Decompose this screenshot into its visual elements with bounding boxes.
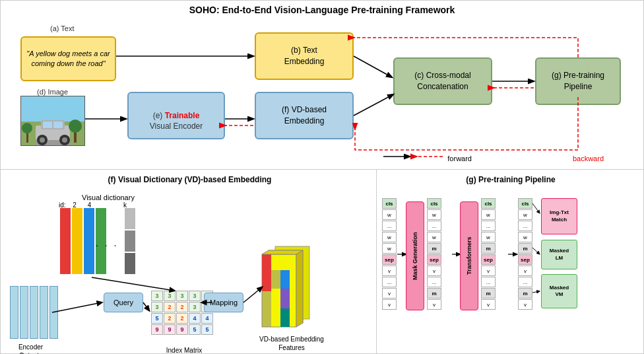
tok: v xyxy=(481,266,496,276)
svg-rect-32 xyxy=(271,270,280,289)
svg-rect-30 xyxy=(262,291,271,310)
tok: v xyxy=(518,266,532,276)
svg-marker-37 xyxy=(296,250,303,327)
svg-line-47 xyxy=(532,203,540,213)
tok: v xyxy=(481,299,496,310)
top-section: (a) Text "A yellow dog meets a car comin… xyxy=(1,18,643,170)
cell: 5 xyxy=(189,324,201,335)
enc3 xyxy=(30,286,38,339)
svg-rect-33 xyxy=(280,270,290,289)
tok-m: m xyxy=(518,243,532,254)
svg-rect-28 xyxy=(262,254,271,273)
text-embedding-label: (b) Text Embedding xyxy=(284,45,325,67)
masked-lm-text: Masked LM xyxy=(550,248,569,262)
tok: ... xyxy=(518,277,532,287)
vd-embedding-label: (f) VD-based Embedding xyxy=(282,104,327,127)
token-col-4: cls w ... w m sep v ... m v xyxy=(518,198,532,310)
tok: v xyxy=(427,299,441,310)
masked-vm-text: Masked VM xyxy=(550,285,569,299)
k-col3 xyxy=(125,253,135,274)
masked-lm-label: Masked LM xyxy=(541,240,577,269)
text-quote-box: "A yellow dog meets a car coming down th… xyxy=(20,36,116,81)
svg-line-49 xyxy=(532,291,540,293)
tok: v xyxy=(382,288,397,299)
vd-embedding-features xyxy=(255,241,335,336)
mapping-label: Mapping xyxy=(210,299,238,306)
cell: 9 xyxy=(176,324,188,335)
enc2 xyxy=(20,286,28,339)
svg-rect-29 xyxy=(262,273,271,291)
enc1 xyxy=(10,286,18,339)
tok: v xyxy=(382,299,397,310)
tok: cls xyxy=(518,198,532,209)
tok-m: m xyxy=(518,288,532,299)
cell: 3 xyxy=(151,302,163,312)
bottom-section: (f) Visual Dictionary (VD)-based Embeddi… xyxy=(1,170,643,354)
tok: sep xyxy=(427,254,441,265)
pretrain-label-top: (g) Pre-training Pipeline xyxy=(552,70,604,92)
cell: 3 xyxy=(164,291,176,301)
cross-modal-box: (c) Cross-modal Concatenation xyxy=(393,57,492,105)
main-container: SOHO: End-to-End Vision-Language Pre-tra… xyxy=(0,0,644,354)
page-title: SOHO: End-to-End Vision-Language Pre-tra… xyxy=(1,1,643,18)
tok-m: m xyxy=(481,243,496,254)
mapping-box: Mapping xyxy=(204,293,243,312)
visual-encoder-box: (e) TrainableVisual Encoder xyxy=(127,92,225,139)
pretrain-box-top: (g) Pre-training Pipeline xyxy=(535,57,621,105)
img-txt-text: Img-Txt Match xyxy=(550,209,569,223)
token-col-1: cls w ... w w sep v ... v v xyxy=(382,198,397,310)
tok: w xyxy=(518,209,532,220)
svg-point-9 xyxy=(40,137,45,143)
svg-line-38 xyxy=(52,302,102,312)
tok-m: m xyxy=(427,288,441,299)
cell: 9 xyxy=(164,324,176,335)
cell: 2 xyxy=(164,302,176,312)
cell: 9 xyxy=(151,324,163,335)
svg-line-39 xyxy=(143,302,149,310)
visual-encoder-label: (e) TrainableVisual Encoder xyxy=(150,99,203,132)
tok: ... xyxy=(481,277,496,287)
visual-dict-label: Visual dictionary xyxy=(82,194,135,201)
cell: 3 xyxy=(189,291,201,301)
vd-diagram: Visual dictionary id: 2 4 k . . . xyxy=(6,188,375,354)
cell: 4 xyxy=(201,313,213,324)
tok-m: m xyxy=(481,288,496,299)
label-d: (d) Image xyxy=(37,88,68,96)
tok: v xyxy=(427,266,441,276)
tok: sep xyxy=(382,254,397,265)
tok: ... xyxy=(382,221,397,231)
query-label: Query xyxy=(113,299,133,306)
tok: ... xyxy=(518,221,532,231)
bottom-left-panel: (f) Visual Dictionary (VD)-based Embeddi… xyxy=(1,170,377,354)
legend-forward: forward xyxy=(447,155,472,162)
svg-line-16 xyxy=(354,56,392,77)
svg-point-14 xyxy=(22,123,32,133)
tok: w xyxy=(518,232,532,242)
token-col-3: cls w ... w m sep v ... m v xyxy=(481,198,496,310)
k-columns xyxy=(125,208,135,274)
transformers-block: Transformers xyxy=(460,201,478,310)
svg-rect-6 xyxy=(53,122,63,128)
cell: 5 xyxy=(151,313,163,324)
tok: w xyxy=(427,209,441,220)
cross-modal-label: (c) Cross-modal Concatenation xyxy=(414,70,470,92)
tok-m: m xyxy=(427,243,441,254)
label-a: (a) Text xyxy=(50,24,74,32)
query-box: Query xyxy=(104,293,143,312)
k-col2 xyxy=(125,230,135,252)
cell: 2 xyxy=(176,302,188,312)
col-yellow xyxy=(72,208,82,274)
index-matrix-label: Index Matrix xyxy=(151,347,217,354)
enc5 xyxy=(49,286,58,339)
svg-rect-0 xyxy=(21,96,85,122)
tok: sep xyxy=(481,254,496,265)
vd-dots: . . . xyxy=(96,238,118,248)
bottom-left-title: (f) Visual Dictionary (VD)-based Embeddi… xyxy=(6,175,373,184)
token-col-2: cls w ... w m sep v ... m v xyxy=(427,198,441,310)
tok: v xyxy=(382,266,397,276)
svg-line-40 xyxy=(92,277,174,291)
text-embedding-box: (b) Text Embedding xyxy=(255,32,354,80)
k-col1 xyxy=(125,208,135,229)
masked-vm-label: Masked VM xyxy=(541,274,577,308)
tok: ... xyxy=(481,221,496,231)
